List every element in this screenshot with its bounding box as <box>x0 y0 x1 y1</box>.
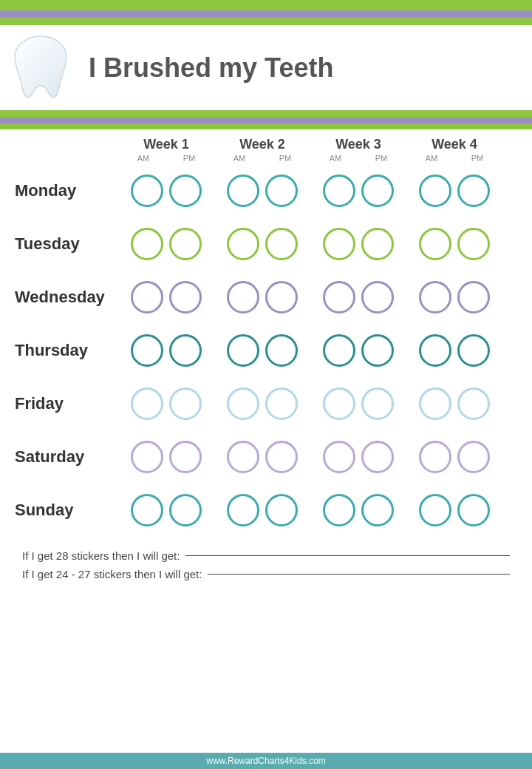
day-row-wednesday: Wednesday <box>15 272 517 322</box>
circle-saturday-w4-am[interactable] <box>419 441 451 473</box>
circle-monday-w4-pm[interactable] <box>457 175 490 207</box>
circles-wednesday-w2 <box>214 281 310 314</box>
bottom-bar: www.RewardCharts4Kids.com <box>0 753 532 769</box>
footer-underline-1 <box>185 555 510 556</box>
circle-saturday-w4-pm[interactable] <box>457 441 490 473</box>
ampm-week2: AM PM <box>214 154 310 163</box>
circle-thursday-w3-pm[interactable] <box>361 334 394 367</box>
ampm-week1: AM PM <box>118 154 214 163</box>
day-name-monday: Monday <box>15 181 118 200</box>
day-row-saturday: Saturday <box>15 432 517 482</box>
page-title: I Brushed my Teeth <box>89 52 333 84</box>
circle-wednesday-w3-pm[interactable] <box>361 281 394 314</box>
circle-tuesday-w4-am[interactable] <box>419 228 451 260</box>
circle-wednesday-w2-pm[interactable] <box>265 281 298 314</box>
bottom-bar-text: www.RewardCharts4Kids.com <box>206 756 325 766</box>
main-content: Week 1 Week 2 Week 3 Week 4 AM PM AM PM <box>0 129 532 542</box>
circle-sunday-w4-am[interactable] <box>419 494 451 526</box>
circle-tuesday-w3-pm[interactable] <box>361 228 394 260</box>
circle-saturday-w1-am[interactable] <box>131 441 163 473</box>
circle-tuesday-w2-pm[interactable] <box>265 228 298 260</box>
day-name-wednesday: Wednesday <box>15 288 118 307</box>
circle-saturday-w3-pm[interactable] <box>361 441 394 473</box>
circle-friday-w3-pm[interactable] <box>361 387 394 420</box>
circle-wednesday-w2-am[interactable] <box>227 281 259 314</box>
footer-line-1-text: If I get 28 stickers then I will get: <box>22 549 180 562</box>
circle-thursday-w4-am[interactable] <box>419 334 451 367</box>
circle-saturday-w2-pm[interactable] <box>265 441 298 473</box>
circles-sunday-w1 <box>118 494 214 526</box>
circle-monday-w4-am[interactable] <box>419 175 451 207</box>
circle-monday-w1-am[interactable] <box>131 175 163 207</box>
circle-tuesday-w4-pm[interactable] <box>457 228 490 260</box>
circle-sunday-w3-am[interactable] <box>323 494 355 526</box>
top-stripe-green2 <box>0 18 532 25</box>
circle-tuesday-w1-pm[interactable] <box>169 228 202 260</box>
circle-sunday-w3-pm[interactable] <box>361 494 394 526</box>
footer-line-1: If I get 28 stickers then I will get: <box>22 549 510 562</box>
circle-friday-w4-am[interactable] <box>419 387 451 420</box>
tooth-icon <box>7 33 74 103</box>
circles-wednesday-w1 <box>118 281 214 314</box>
circle-wednesday-w4-am[interactable] <box>419 281 451 314</box>
day-name-tuesday: Tuesday <box>15 234 118 254</box>
circle-thursday-w3-am[interactable] <box>323 334 355 367</box>
circle-friday-w1-pm[interactable] <box>169 387 202 420</box>
circles-friday-w4 <box>406 387 502 420</box>
ampm-pm-1: PM <box>174 154 204 163</box>
footer-line-2-text: If I get 24 - 27 stickers then I will ge… <box>22 568 202 580</box>
circle-thursday-w1-am[interactable] <box>131 334 163 367</box>
day-row-tuesday: Tuesday <box>15 219 517 269</box>
circle-thursday-w2-pm[interactable] <box>265 334 298 367</box>
footer-line-2: If I get 24 - 27 stickers then I will ge… <box>22 568 510 580</box>
day-row-friday: Friday <box>15 379 517 429</box>
circle-saturday-w1-pm[interactable] <box>169 441 202 473</box>
circle-saturday-w3-am[interactable] <box>323 441 355 473</box>
circles-tuesday-w1 <box>118 228 214 260</box>
circle-wednesday-w1-am[interactable] <box>131 281 163 314</box>
circle-sunday-w2-am[interactable] <box>227 494 259 526</box>
circles-friday-w1 <box>118 387 214 420</box>
circle-wednesday-w1-pm[interactable] <box>169 281 202 314</box>
circle-monday-w1-pm[interactable] <box>169 175 202 207</box>
ampm-am-3: AM <box>321 154 350 163</box>
circle-friday-w4-pm[interactable] <box>457 387 490 420</box>
circle-friday-w2-pm[interactable] <box>265 387 298 420</box>
circle-thursday-w2-am[interactable] <box>227 334 259 367</box>
footer-underline-2 <box>208 574 510 575</box>
circle-thursday-w1-pm[interactable] <box>169 334 202 367</box>
top-stripe-purple <box>0 10 532 18</box>
circle-monday-w3-am[interactable] <box>323 175 355 207</box>
day-row-sunday: Sunday <box>15 485 517 535</box>
circle-sunday-w4-pm[interactable] <box>457 494 490 526</box>
circles-saturday-w1 <box>118 441 214 473</box>
circle-tuesday-w3-am[interactable] <box>323 228 355 260</box>
circle-tuesday-w1-am[interactable] <box>131 228 163 260</box>
circle-friday-w2-am[interactable] <box>227 387 259 420</box>
circle-monday-w3-pm[interactable] <box>361 175 394 207</box>
week-3-label: Week 3 <box>335 137 381 152</box>
ampm-pm-2: PM <box>270 154 300 163</box>
ampm-pm-3: PM <box>366 154 396 163</box>
header-bottom-stripe-purple <box>0 118 532 123</box>
circle-friday-w1-am[interactable] <box>131 387 163 420</box>
ampm-row: AM PM AM PM AM PM AM PM <box>15 154 517 163</box>
circle-sunday-w1-am[interactable] <box>131 494 163 526</box>
circle-wednesday-w3-am[interactable] <box>323 281 355 314</box>
circle-wednesday-w4-pm[interactable] <box>457 281 490 314</box>
circle-monday-w2-pm[interactable] <box>265 175 298 207</box>
day-row-monday: Monday <box>15 166 517 216</box>
circles-saturday-w3 <box>310 441 406 473</box>
circle-friday-w3-am[interactable] <box>323 387 355 420</box>
circles-friday-w3 <box>310 387 406 420</box>
circles-monday-w2 <box>214 175 310 207</box>
circles-monday-w3 <box>310 175 406 207</box>
circle-tuesday-w2-am[interactable] <box>227 228 259 260</box>
circle-sunday-w1-pm[interactable] <box>169 494 202 526</box>
circle-saturday-w2-am[interactable] <box>227 441 259 473</box>
page-wrapper: I Brushed my Teeth Week 1 Week 2 Week 3 … <box>0 0 532 769</box>
circle-thursday-w4-pm[interactable] <box>457 334 490 367</box>
ampm-week3: AM PM <box>310 154 406 163</box>
circle-sunday-w2-pm[interactable] <box>265 494 298 526</box>
circle-monday-w2-am[interactable] <box>227 175 259 207</box>
